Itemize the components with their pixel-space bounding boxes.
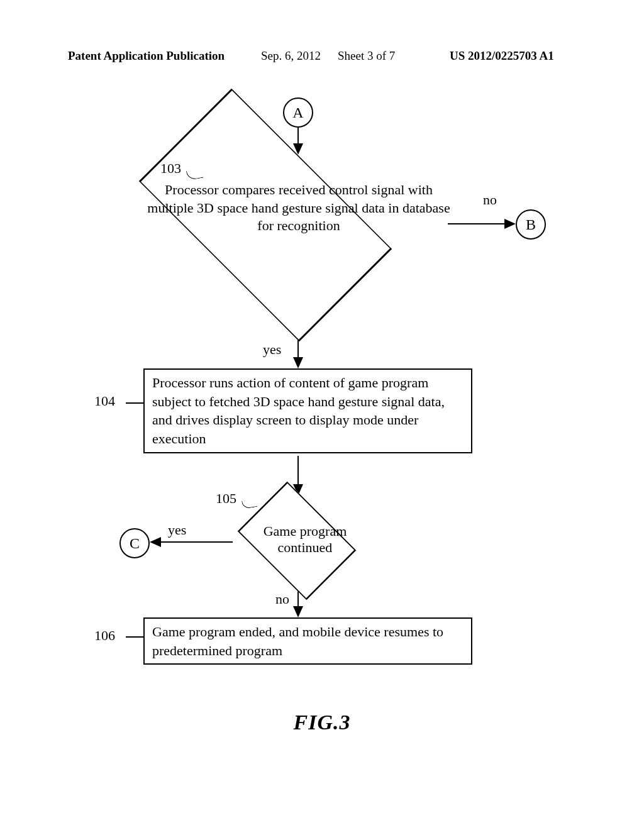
ref-label-106: 106 [94,628,115,644]
leader-104 [126,402,143,404]
edge-label-no-to-b: no [483,192,497,208]
ref-label-103: 103 [160,160,181,177]
decision-103-text: Processor compares received control sign… [142,181,456,235]
connector-b: B [516,209,546,240]
edge-label-no-to-106: no [275,591,289,607]
publication-date: Sep. 6, 2012 [261,49,321,63]
publication-number: US 2012/0225703 A1 [450,49,554,63]
connector-c: C [119,528,150,558]
figure-caption: FIG.3 [0,711,644,734]
connector-a: A [283,97,313,128]
sheet-number: Sheet 3 of 7 [338,49,395,63]
leader-106 [126,636,143,638]
publication-type: Patent Application Publication [68,49,225,63]
page: Patent Application Publication Sep. 6, 2… [0,0,644,830]
process-106: Game program ended, and mobile device re… [143,617,472,665]
decision-105-text: Game program continued [242,523,368,556]
flowchart-canvas: A Processor compares received control si… [63,94,585,723]
edge-label-yes-to-104: yes [263,341,281,358]
ref-label-105: 105 [216,490,236,507]
edge-label-yes-to-c: yes [168,522,186,538]
ref-label-104: 104 [94,393,115,409]
process-104: Processor runs action of content of game… [143,368,472,453]
